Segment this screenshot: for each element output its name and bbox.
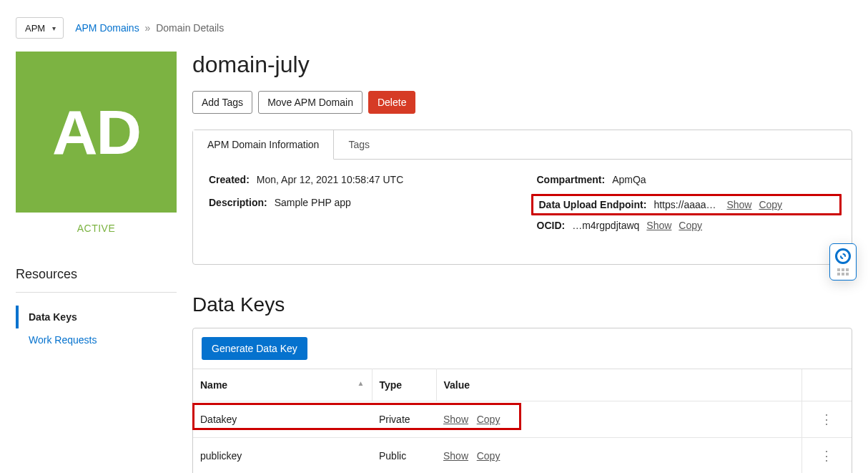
sidebar-item-work-requests[interactable]: Work Requests	[16, 328, 177, 351]
value-copy-link[interactable]: Copy	[477, 450, 500, 462]
info-ocid-value: …m4rgpdjtawq	[572, 220, 639, 231]
row-actions[interactable]: ⋮	[802, 438, 852, 474]
data-keys-title: Data Keys	[192, 293, 852, 316]
cell-name: publickey	[193, 438, 372, 474]
sidebar-item-label[interactable]: Work Requests	[29, 334, 97, 346]
kebab-icon[interactable]: ⋮	[809, 448, 845, 464]
floating-help-widget[interactable]	[829, 243, 857, 281]
cell-type: Private	[372, 401, 436, 438]
sort-asc-icon: ▲	[357, 379, 365, 387]
add-tags-button[interactable]: Add Tags	[192, 91, 252, 114]
lifebuoy-icon	[835, 248, 851, 264]
cell-value: Show Copy	[436, 401, 802, 438]
grid-icon	[837, 268, 849, 275]
generate-data-key-button[interactable]: Generate Data Key	[202, 337, 307, 360]
info-upload-label: Data Upload Endpoint:	[539, 199, 647, 210]
col-type[interactable]: Type	[372, 369, 436, 401]
chevron-down-icon: ▾	[52, 24, 56, 32]
cell-name-text: Datakey	[200, 414, 237, 425]
value-show-link[interactable]: Show	[443, 414, 468, 425]
col-name[interactable]: Name ▲	[193, 369, 372, 401]
cell-value: Show Copy	[436, 438, 802, 474]
highlight-upload-endpoint: Data Upload Endpoint: https://aaaac… Sho…	[531, 194, 842, 215]
breadcrumb-separator: »	[145, 22, 151, 34]
info-created: Created: Mon, Apr 12, 2021 10:58:47 UTC	[209, 174, 508, 185]
info-compartment: Compartment: ApmQa	[537, 174, 837, 185]
move-domain-button[interactable]: Move APM Domain	[258, 91, 363, 114]
ocid-show-link[interactable]: Show	[646, 220, 671, 231]
info-created-label: Created:	[209, 174, 250, 185]
info-comp-label: Compartment:	[537, 174, 606, 185]
tab-domain-info[interactable]: APM Domain Information	[193, 130, 334, 160]
table-row: publickey Public Show Copy ⋮	[193, 438, 852, 474]
breadcrumb-root-link[interactable]: APM Domains	[75, 22, 139, 34]
col-value[interactable]: Value	[436, 369, 802, 401]
breadcrumb-current: Domain Details	[156, 22, 224, 34]
cell-name: Datakey	[193, 401, 372, 438]
row-actions[interactable]: ⋮	[802, 401, 852, 438]
data-keys-table: Name ▲ Type Value Datakey Pri	[193, 369, 852, 473]
domain-avatar: AD	[16, 52, 177, 213]
info-upload-value: https://aaaac…	[654, 199, 719, 210]
info-description: Description: Sample PHP app	[209, 197, 508, 208]
info-comp-value: ApmQa	[612, 174, 646, 185]
resources-nav: Data Keys Work Requests	[16, 306, 177, 351]
col-name-label: Name	[200, 379, 227, 391]
info-desc-label: Description:	[209, 197, 267, 208]
info-ocid: OCID: …m4rgpdjtawq Show Copy	[537, 220, 837, 231]
breadcrumb: APM Domains » Domain Details	[75, 22, 224, 34]
value-copy-link[interactable]: Copy	[477, 414, 500, 425]
sidebar-item-label[interactable]: Data Keys	[29, 311, 77, 323]
resources-title: Resources	[16, 267, 177, 282]
tab-tags[interactable]: Tags	[334, 130, 384, 160]
upload-copy-link[interactable]: Copy	[759, 199, 782, 210]
upload-show-link[interactable]: Show	[726, 199, 751, 210]
sidebar-item-data-keys[interactable]: Data Keys	[16, 306, 177, 328]
cell-type: Public	[372, 438, 436, 474]
page-title: domain-july	[192, 52, 852, 78]
data-keys-panel: Generate Data Key Name ▲ Type Value	[192, 328, 852, 473]
status-badge: ACTIVE	[16, 223, 177, 234]
table-row: Datakey Private Show Copy ⋮	[193, 401, 852, 438]
service-selector[interactable]: APM ▾	[16, 17, 64, 39]
col-actions	[802, 369, 852, 401]
ocid-copy-link[interactable]: Copy	[679, 220, 702, 231]
kebab-icon[interactable]: ⋮	[809, 411, 845, 427]
service-selector-value: APM	[25, 23, 45, 34]
tab-filler	[384, 130, 852, 160]
info-panel: APM Domain Information Tags Created: Mon…	[192, 130, 852, 265]
delete-button[interactable]: Delete	[368, 91, 415, 114]
info-ocid-label: OCID:	[537, 220, 566, 231]
info-upload-endpoint: Data Upload Endpoint: https://aaaac… Sho…	[539, 199, 834, 210]
avatar-initials: AD	[52, 96, 140, 169]
info-desc-value: Sample PHP app	[275, 197, 351, 208]
info-created-value: Mon, Apr 12, 2021 10:58:47 UTC	[257, 174, 403, 185]
divider	[16, 292, 177, 293]
value-show-link[interactable]: Show	[443, 450, 468, 462]
